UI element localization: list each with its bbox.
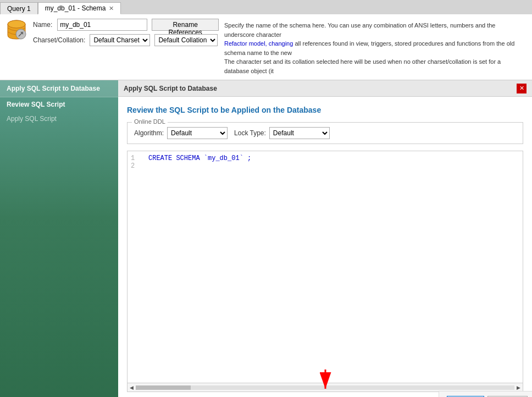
scroll-thumb[interactable] bbox=[136, 385, 191, 390]
algorithm-select[interactable]: Default bbox=[167, 127, 228, 139]
dialog-header-bar: Apply SQL Script to Database ✕ bbox=[118, 80, 532, 97]
name-input[interactable] bbox=[57, 19, 147, 31]
desc-line3: The character set and its collation sele… bbox=[224, 57, 527, 75]
charset-row: Charset/Collation: Default Charset Defau… bbox=[33, 34, 219, 46]
dialog-main-title: Review the SQL Script to be Applied on t… bbox=[127, 106, 523, 114]
database-icon bbox=[5, 19, 27, 41]
algorithm-field: Algorithm: Default bbox=[134, 127, 228, 139]
dialog-sidebar: Apply SQL Script to Database Review SQL … bbox=[0, 80, 118, 397]
charset-select[interactable]: Default Charset bbox=[90, 34, 150, 46]
line-num-1: 1 bbox=[131, 155, 140, 162]
lock-type-field: Lock Type: Default bbox=[234, 127, 330, 139]
sidebar-item-apply[interactable]: Apply SQL Script bbox=[0, 112, 118, 126]
svg-point-1 bbox=[8, 20, 25, 28]
algorithm-label: Algorithm: bbox=[134, 129, 164, 137]
lock-type-select[interactable]: Default bbox=[269, 127, 330, 139]
dialog-body: Review the SQL Script to be Applied on t… bbox=[118, 97, 532, 397]
dialog-overlay: Apply SQL Script to Database Review SQL … bbox=[0, 80, 532, 397]
collation-select[interactable]: Default Collation bbox=[154, 34, 218, 46]
dialog-right: Apply SQL Script to Database ✕ Review th… bbox=[118, 80, 532, 397]
line-num-2: 2 bbox=[131, 162, 140, 170]
online-ddl-section: Online DDL Algorithm: Default Lock Type:… bbox=[127, 122, 523, 144]
tab-schema[interactable]: my_db_01 - Schema ✕ bbox=[38, 2, 121, 14]
tab-query1[interactable]: Query 1 bbox=[0, 2, 38, 14]
scroll-left-icon[interactable]: ◀ bbox=[129, 385, 135, 390]
dialog-close-button[interactable]: ✕ bbox=[517, 84, 527, 93]
desc-line2: Refactor model, changing all references … bbox=[224, 39, 527, 57]
header-fields: Name: Rename References Charset/Collatio… bbox=[33, 19, 219, 46]
rename-references-button[interactable]: Rename References bbox=[152, 19, 219, 31]
sidebar-item-review[interactable]: Review SQL Script bbox=[0, 97, 118, 112]
apply-revert-panel: Apply Revert Duration / Fetch bbox=[439, 391, 532, 397]
tab-bar: Query 1 my_db_01 - Schema ✕ bbox=[0, 0, 532, 14]
name-row: Name: Rename References bbox=[33, 19, 219, 31]
dialog-header-title: Apply SQL Script to Database bbox=[124, 85, 217, 92]
sql-code-area: 1 CREATE SCHEMA `my_db_01` ; 2 bbox=[127, 151, 523, 383]
name-label: Name: bbox=[33, 21, 53, 29]
line-code-1: CREATE SCHEMA `my_db_01` ; bbox=[148, 155, 251, 162]
tab-query1-label: Query 1 bbox=[7, 5, 31, 13]
lock-type-label: Lock Type: bbox=[234, 129, 266, 137]
charset-label: Charset/Collation: bbox=[33, 36, 85, 44]
ddl-row: Algorithm: Default Lock Type: Default bbox=[134, 127, 516, 139]
online-ddl-label: Online DDL bbox=[132, 118, 168, 125]
header-description: Specify the name of the schema here. You… bbox=[224, 19, 527, 75]
header-area: Name: Rename References Charset/Collatio… bbox=[0, 14, 532, 80]
code-line-2: 2 bbox=[131, 162, 519, 170]
scroll-track[interactable] bbox=[136, 385, 514, 390]
dialog-sidebar-title: Apply SQL Script to Database bbox=[0, 80, 118, 97]
tab-schema-label: my_db_01 - Schema bbox=[45, 4, 106, 12]
main-area: Apply SQL Script to Database Review SQL … bbox=[0, 80, 532, 397]
tab-schema-close[interactable]: ✕ bbox=[109, 5, 114, 12]
desc-line1: Specify the name of the schema here. You… bbox=[224, 21, 527, 39]
code-line-1: 1 CREATE SCHEMA `my_db_01` ; bbox=[131, 155, 519, 162]
scroll-right-icon[interactable]: ▶ bbox=[516, 385, 522, 390]
